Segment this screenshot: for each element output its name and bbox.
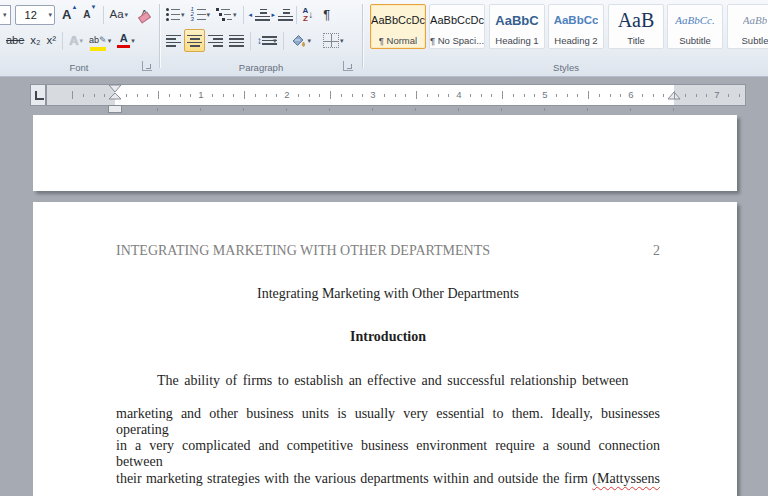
page-2[interactable]: INTEGRATING MARKETING WITH OTHER DEPARTM… (33, 202, 737, 496)
page-number: 2 (653, 243, 660, 259)
paint-bucket-icon (290, 33, 307, 48)
page-1-bottom[interactable] (33, 115, 737, 191)
paragraph-dialog-launcher[interactable] (343, 61, 353, 71)
numbering-button[interactable]: 1 2 3 ▾ (188, 3, 214, 26)
ruler-area: 1234567 (0, 77, 768, 115)
align-left-button[interactable] (163, 29, 184, 52)
paragraph-group-label: Paragraph (161, 62, 361, 73)
align-center-button[interactable] (184, 29, 205, 52)
ruler-bar[interactable]: 1234567 (46, 84, 746, 106)
ruler-inch-number: 3 (370, 89, 375, 100)
sort-arrow-icon: ↓ (308, 9, 313, 20)
align-center-icon (187, 35, 202, 47)
font-color-swatch (117, 45, 130, 49)
section-heading: Introduction (116, 329, 660, 345)
running-head: INTEGRATING MARKETING WITH OTHER DEPARTM… (116, 243, 490, 259)
decrease-indent-button[interactable]: ◂ (247, 3, 270, 26)
page-header: INTEGRATING MARKETING WITH OTHER DEPARTM… (116, 243, 660, 259)
align-right-button[interactable] (205, 29, 226, 52)
justify-button[interactable] (226, 29, 247, 52)
align-left-icon (166, 35, 181, 47)
strikethrough-button[interactable]: abe (3, 29, 27, 52)
left-tab-icon (35, 91, 44, 100)
style-subtle-emphasis[interactable]: AaBb Subtle (727, 4, 768, 49)
superscript-button[interactable]: x² (44, 29, 60, 52)
borders-button[interactable]: ▾ (320, 29, 347, 52)
font-size-dropdown-icon[interactable]: ▾ (46, 11, 54, 18)
style-normal[interactable]: AaBbCcDc ¶ Normal (370, 4, 426, 49)
body-line-3: in a very complicated and competitive bu… (116, 438, 660, 470)
highlight-color-swatch (90, 47, 106, 51)
font-size-combo[interactable]: 12 ▾ (15, 5, 55, 25)
font-size-value: 12 (16, 9, 45, 21)
ruler-inch-number: 6 (628, 89, 633, 100)
ruler-inch-number: 7 (714, 89, 719, 100)
numbering-icon: 1 2 3 (191, 8, 206, 21)
font-group-label: Font (0, 62, 158, 73)
change-case-button[interactable]: Aa▾ (107, 3, 132, 26)
ribbon-home-tab: ▾ 12 ▾ A ▲ A ▼ Aa▾ A abe (0, 0, 768, 77)
font-color-button[interactable]: A ▾ (114, 29, 138, 52)
document-title: Integrating Marketing with Other Departm… (116, 286, 660, 302)
paragraph-group: ▾ 1 2 3 ▾ ▾ ◂ ▸ (161, 0, 361, 76)
shrink-font-arrow-icon: ▼ (91, 4, 97, 10)
clear-formatting-button[interactable]: A (137, 3, 151, 26)
line-spacing-button[interactable]: ↕ ▾ (254, 29, 280, 52)
bullets-button[interactable]: ▾ (163, 3, 188, 26)
right-arrow-icon: ▸ (272, 11, 276, 19)
tab-selector[interactable] (30, 84, 46, 106)
shrink-font-button[interactable]: A ▼ (80, 3, 99, 26)
subscript-button[interactable]: x₂ (27, 29, 43, 52)
highlight-color-button[interactable]: ab✎ ▾ (86, 29, 114, 52)
misspelled-word: (Mattyssens (592, 471, 660, 486)
style-heading-2[interactable]: AaBbCc Heading 2 (548, 4, 604, 49)
justify-icon (229, 35, 244, 47)
style-heading-1[interactable]: AaBbC Heading 1 (489, 4, 545, 49)
left-indent-marker[interactable] (108, 105, 122, 113)
group-separator (159, 4, 160, 68)
style-title[interactable]: AaB Title (608, 4, 664, 49)
ruler-inch-number: 5 (542, 89, 547, 100)
grow-font-button[interactable]: A ▲ (59, 3, 80, 26)
bullets-icon (166, 8, 180, 21)
style-subtitle[interactable]: AaBbCc. Subtitle (667, 4, 723, 49)
body-line-1: The ability of firms to establish an eff… (116, 373, 660, 389)
styles-group: AaBbCcDc ¶ Normal AaBbCcDc ¶ No Spaci...… (364, 0, 768, 76)
align-right-icon (208, 35, 223, 47)
sort-button[interactable]: A Z ↓ (300, 3, 317, 26)
multilevel-list-button[interactable]: ▾ (213, 3, 240, 26)
ruler-inch-number: 4 (456, 89, 461, 100)
font-dialog-launcher[interactable] (142, 61, 152, 71)
style-no-spacing[interactable]: AaBbCcDc ¶ No Spaci... (429, 4, 485, 49)
first-line-indent-marker[interactable] (108, 84, 122, 100)
font-group: ▾ 12 ▾ A ▲ A ▼ Aa▾ A abe (0, 0, 158, 76)
pen-icon: ✎ (99, 35, 107, 45)
grow-font-arrow-icon: ▲ (71, 4, 77, 10)
body-line-4: their marketing strategies with the vari… (116, 471, 660, 487)
body-line-2: marketing and other business units is us… (116, 406, 660, 438)
borders-grid-icon (323, 33, 339, 48)
font-name-combo-partial[interactable]: ▾ (0, 5, 11, 25)
increase-indent-button[interactable]: ▸ (270, 3, 293, 26)
ruler-inch-number: 2 (284, 89, 289, 100)
ruler-inch-number: 1 (198, 89, 203, 100)
show-paragraph-marks-button[interactable]: ¶ (320, 3, 333, 26)
text-effects-button[interactable]: A ▾ (66, 29, 86, 52)
multilevel-list-icon (216, 8, 232, 21)
shading-button[interactable]: ▾ (287, 29, 315, 52)
styles-group-label: Styles (364, 62, 768, 73)
group-separator (362, 4, 363, 68)
left-arrow-icon: ◂ (249, 11, 253, 19)
